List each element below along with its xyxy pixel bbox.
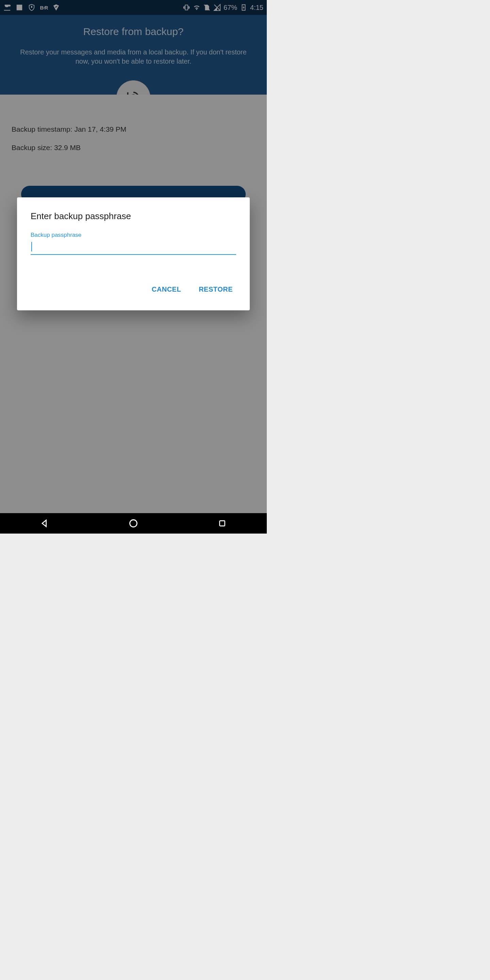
back-button[interactable] bbox=[38, 517, 51, 530]
passphrase-input[interactable] bbox=[30, 240, 236, 255]
cancel-button[interactable]: CANCEL bbox=[150, 282, 183, 297]
passphrase-dialog: Enter backup passphrase Backup passphras… bbox=[17, 197, 250, 310]
recent-button[interactable] bbox=[215, 517, 229, 530]
text-caret bbox=[31, 242, 32, 251]
dialog-actions: CANCEL RESTORE bbox=[30, 279, 236, 304]
dialog-title: Enter backup passphrase bbox=[30, 211, 236, 221]
restore-button[interactable]: RESTORE bbox=[197, 282, 235, 297]
svg-rect-3 bbox=[220, 520, 225, 526]
svg-point-2 bbox=[130, 520, 137, 527]
nav-bar bbox=[0, 513, 267, 533]
home-button[interactable] bbox=[127, 517, 140, 530]
passphrase-field-label: Backup passphrase bbox=[30, 232, 236, 239]
